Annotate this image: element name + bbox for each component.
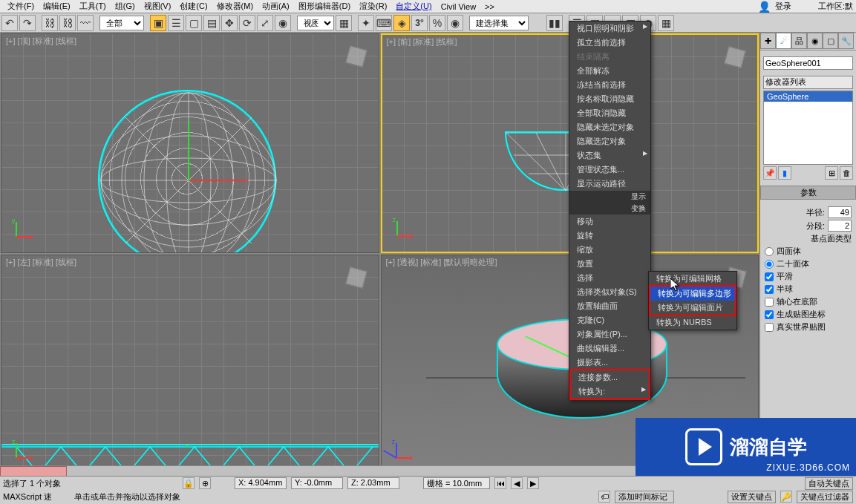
cm-state-sets[interactable]: 状态集 — [569, 148, 650, 163]
goto-start-button[interactable]: ⏮ — [494, 477, 506, 489]
tab-display[interactable]: ▢ — [823, 33, 838, 49]
coord-mode-button[interactable]: ⊕ — [199, 477, 211, 489]
add-time-tag[interactable]: 添加时间标记 — [615, 491, 674, 503]
modifier-stack[interactable]: GeoSphere — [763, 91, 853, 165]
cm-unfreeze-all[interactable]: 全部解冻 — [569, 64, 650, 78]
object-name-input[interactable] — [763, 56, 853, 70]
modifier-list-dropdown[interactable]: 修改器列表 — [763, 76, 853, 89]
cm-clone[interactable]: 克隆(C) — [569, 313, 650, 327]
cm-convert-patch[interactable]: 转换为可编辑面片 — [650, 301, 735, 315]
select-rect-button[interactable]: ▢ — [186, 15, 202, 31]
reference-coord-select[interactable]: 视图 — [297, 16, 334, 30]
remove-modifier-button[interactable]: 🗑 — [840, 166, 853, 180]
named-selection-set[interactable]: 建选择集 — [469, 16, 529, 30]
tab-utilities[interactable]: 🔧 — [838, 33, 854, 49]
cm-viewport-lighting[interactable]: 视口照明和阴影 — [569, 22, 650, 36]
coord-y[interactable]: Y: -0.0mm — [291, 477, 343, 489]
place-button[interactable]: ◉ — [275, 15, 291, 31]
cm-convert-to[interactable]: 转换为: — [571, 384, 649, 399]
show-result-button[interactable]: ▮ — [778, 166, 791, 180]
bind-button[interactable]: 〰 — [77, 15, 94, 31]
pin-stack-button[interactable]: 📌 — [763, 166, 777, 180]
manipulate-button[interactable]: ✦ — [358, 15, 374, 31]
cm-show-motion-path[interactable]: 显示运动路径 — [569, 177, 650, 191]
viewport-top-label[interactable]: [+] [顶] [标准] [线框] — [6, 36, 76, 47]
cm-select[interactable]: 选择 — [569, 271, 650, 285]
snap-toggle-button[interactable]: ◈ — [393, 15, 410, 31]
login-link[interactable]: 登录 — [771, 0, 796, 13]
cm-isolate-selection[interactable]: 孤立当前选择 — [569, 36, 650, 50]
menu-tools[interactable]: 工具(T) — [75, 0, 111, 13]
cm-convert-nurbs[interactable]: 转换为 NURBS — [649, 315, 736, 330]
angle-snap-button[interactable]: 3° — [411, 15, 428, 31]
key-filter-button[interactable]: 关键点过滤器 — [797, 491, 853, 503]
select-move-button[interactable]: ✥ — [221, 15, 238, 31]
link-button[interactable]: ⛓ — [42, 15, 58, 31]
nav-cube-front[interactable] — [720, 42, 750, 72]
menu-civil-view[interactable]: Civil View — [437, 1, 480, 12]
prev-frame-button[interactable]: ◀ — [511, 477, 523, 489]
smooth-checkbox[interactable] — [765, 272, 774, 281]
timeline-slider[interactable] — [0, 466, 67, 477]
menu-overflow[interactable]: >> — [480, 1, 499, 12]
menu-render[interactable]: 渲染(R) — [355, 0, 391, 13]
cm-place[interactable]: 放置 — [569, 257, 650, 271]
undo-button[interactable]: ↶ — [1, 15, 18, 31]
coord-z[interactable]: Z: 2.03mm — [347, 477, 399, 489]
tab-create[interactable]: ✚ — [760, 33, 776, 49]
select-by-name-button[interactable]: ☰ — [168, 15, 184, 31]
menu-modifier[interactable]: 修改器(M) — [212, 0, 258, 13]
hemisphere-checkbox[interactable] — [765, 285, 774, 294]
rollout-parameters[interactable]: 参数 — [760, 186, 856, 200]
cm-manage-state-sets[interactable]: 管理状态集... — [569, 163, 650, 177]
cm-freeze-selection[interactable]: 冻结当前选择 — [569, 78, 650, 92]
viewport-top[interactable]: [+] [顶] [标准] [线框] — [1, 33, 379, 253]
tab-motion[interactable]: ◉ — [807, 33, 823, 49]
menu-graph-editors[interactable]: 图形编辑器(D) — [294, 0, 355, 13]
workspace-value[interactable]: 默 — [845, 1, 853, 12]
menu-file[interactable]: 文件(F) — [3, 0, 39, 13]
menu-view[interactable]: 视图(V) — [140, 0, 176, 13]
redo-button[interactable]: ↷ — [19, 15, 36, 31]
key-mode-button[interactable]: 🔑 — [780, 491, 792, 503]
cm-rotate[interactable]: 旋转 — [569, 229, 650, 243]
tab-modify[interactable]: ☄ — [776, 33, 791, 49]
cm-convert-poly[interactable]: 转换为可编辑多边形 — [650, 287, 735, 301]
time-tag-button[interactable]: 🏷 — [598, 491, 610, 503]
icosa-radio[interactable] — [765, 260, 774, 269]
viewport-left-label[interactable]: [+] [左] [标准] [线框] — [6, 257, 76, 268]
keyboard-button[interactable]: ⌨ — [376, 15, 392, 31]
menu-edit[interactable]: 编辑(E) — [39, 0, 75, 13]
auto-key-button[interactable]: 自动关键点 — [805, 477, 853, 490]
select-scale-button[interactable]: ⤢ — [257, 15, 273, 31]
real-world-checkbox[interactable] — [765, 323, 774, 332]
window-crossing-button[interactable]: ▤ — [203, 15, 220, 31]
viewport-left[interactable]: [+] [左] [标准] [线框] y z — [1, 255, 379, 474]
cm-select-similar[interactable]: 选择类似对象(S) — [569, 285, 650, 299]
cm-hide-selection[interactable]: 隐藏选定对象 — [569, 134, 650, 148]
segments-spinner[interactable] — [828, 220, 852, 232]
cm-convert-mesh[interactable]: 转换为可编辑网格 — [649, 272, 736, 286]
select-rotate-button[interactable]: ⟳ — [239, 15, 255, 31]
menu-customize[interactable]: 自定义(U) — [391, 0, 436, 13]
timeline[interactable] — [0, 465, 636, 476]
cm-object-properties[interactable]: 对象属性(P)... — [569, 327, 650, 341]
selection-filter-select[interactable]: 全部 — [99, 16, 144, 30]
cm-unhide-all[interactable]: 全部取消隐藏 — [569, 106, 650, 120]
configure-button[interactable]: ⊞ — [825, 166, 838, 180]
radius-spinner[interactable] — [828, 206, 852, 218]
spinner-snap-button[interactable]: ◉ — [447, 15, 463, 31]
nav-cube-top[interactable] — [342, 42, 371, 71]
tab-hierarchy[interactable]: 品 — [791, 33, 807, 49]
gen-mapping-checkbox[interactable] — [765, 310, 774, 319]
viewport-front-label[interactable]: [+] [前] [标准] [线框] — [387, 36, 457, 48]
cm-dope-sheet[interactable]: 摄影表... — [569, 356, 650, 370]
render-setup-button[interactable]: ▦ — [658, 15, 674, 31]
cm-move[interactable]: 移动 — [569, 215, 650, 229]
cm-hide-unselected[interactable]: 隐藏未选定对象 — [569, 120, 650, 134]
set-key-button[interactable]: 设置关键点 — [728, 491, 776, 503]
nav-cube-left[interactable] — [342, 263, 371, 292]
cm-curve-editor[interactable]: 曲线编辑器... — [569, 341, 650, 356]
select-object-button[interactable]: ▣ — [150, 15, 166, 31]
cm-place-pivot[interactable]: 放置轴曲面 — [569, 299, 650, 313]
